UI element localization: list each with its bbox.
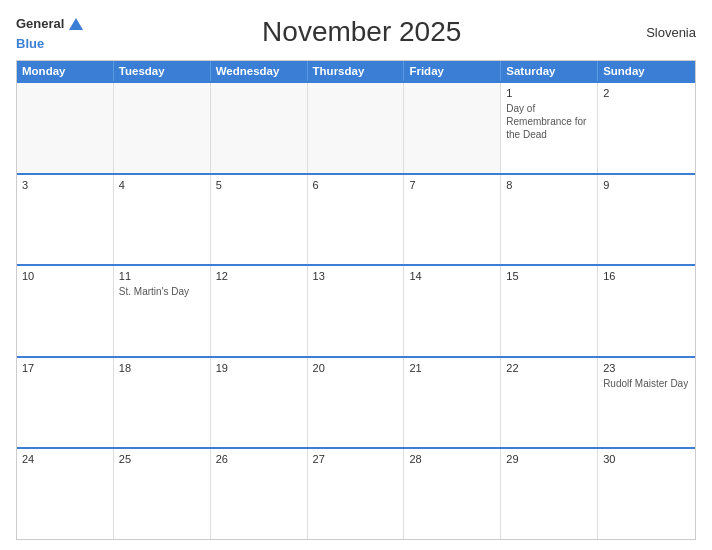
cal-cell: 10	[17, 266, 114, 356]
cal-cell: 13	[308, 266, 405, 356]
cal-cell: 2	[598, 83, 695, 173]
calendar: MondayTuesdayWednesdayThursdayFridaySatu…	[16, 60, 696, 540]
cal-day-num: 7	[409, 179, 495, 191]
cal-cell: 19	[211, 358, 308, 448]
cal-cell	[404, 83, 501, 173]
cal-cell: 12	[211, 266, 308, 356]
cal-week-1: 1Day of Remembrance for the Dead2	[17, 81, 695, 173]
cal-header-sunday: Sunday	[598, 61, 695, 81]
cal-day-num: 19	[216, 362, 302, 374]
cal-cell: 9	[598, 175, 695, 265]
cal-day-num: 13	[313, 270, 399, 282]
cal-day-num: 15	[506, 270, 592, 282]
cal-cell: 18	[114, 358, 211, 448]
cal-week-2: 3456789	[17, 173, 695, 265]
cal-day-num: 29	[506, 453, 592, 465]
cal-day-num: 12	[216, 270, 302, 282]
cal-day-num: 3	[22, 179, 108, 191]
cal-day-num: 20	[313, 362, 399, 374]
cal-cell	[114, 83, 211, 173]
cal-cell	[17, 83, 114, 173]
calendar-body: 1Day of Remembrance for the Dead23456789…	[17, 81, 695, 539]
cal-day-num: 6	[313, 179, 399, 191]
cal-cell: 17	[17, 358, 114, 448]
cal-cell: 22	[501, 358, 598, 448]
cal-week-4: 17181920212223Rudolf Maister Day	[17, 356, 695, 448]
cal-cell: 5	[211, 175, 308, 265]
logo: General Blue	[16, 12, 87, 52]
cal-event: St. Martin's Day	[119, 285, 205, 298]
cal-week-3: 1011St. Martin's Day1213141516	[17, 264, 695, 356]
cal-cell: 6	[308, 175, 405, 265]
country-label: Slovenia	[636, 25, 696, 40]
cal-header-wednesday: Wednesday	[211, 61, 308, 81]
cal-day-num: 4	[119, 179, 205, 191]
cal-day-num: 2	[603, 87, 690, 99]
calendar-header-row: MondayTuesdayWednesdayThursdayFridaySatu…	[17, 61, 695, 81]
cal-cell: 14	[404, 266, 501, 356]
cal-header-saturday: Saturday	[501, 61, 598, 81]
cal-cell: 20	[308, 358, 405, 448]
cal-day-num: 22	[506, 362, 592, 374]
cal-cell: 11St. Martin's Day	[114, 266, 211, 356]
cal-header-monday: Monday	[17, 61, 114, 81]
cal-day-num: 21	[409, 362, 495, 374]
cal-header-tuesday: Tuesday	[114, 61, 211, 81]
cal-cell: 8	[501, 175, 598, 265]
cal-day-num: 16	[603, 270, 690, 282]
cal-cell: 23Rudolf Maister Day	[598, 358, 695, 448]
cal-cell: 28	[404, 449, 501, 539]
cal-day-num: 9	[603, 179, 690, 191]
cal-cell	[211, 83, 308, 173]
cal-cell: 24	[17, 449, 114, 539]
cal-day-num: 23	[603, 362, 690, 374]
cal-cell: 3	[17, 175, 114, 265]
cal-day-num: 30	[603, 453, 690, 465]
logo-icon	[65, 12, 87, 34]
logo-blue-text: Blue	[16, 36, 44, 51]
cal-day-num: 18	[119, 362, 205, 374]
cal-day-num: 24	[22, 453, 108, 465]
cal-day-num: 28	[409, 453, 495, 465]
page: General Blue November 2025 Slovenia Mond…	[0, 0, 712, 550]
cal-header-thursday: Thursday	[308, 61, 405, 81]
cal-cell: 16	[598, 266, 695, 356]
cal-day-num: 11	[119, 270, 205, 282]
cal-day-num: 26	[216, 453, 302, 465]
cal-day-num: 5	[216, 179, 302, 191]
cal-event: Day of Remembrance for the Dead	[506, 102, 592, 141]
cal-day-num: 27	[313, 453, 399, 465]
cal-day-num: 8	[506, 179, 592, 191]
cal-cell: 7	[404, 175, 501, 265]
svg-marker-0	[69, 18, 83, 30]
cal-day-num: 10	[22, 270, 108, 282]
cal-day-num: 25	[119, 453, 205, 465]
cal-day-num: 14	[409, 270, 495, 282]
cal-week-5: 24252627282930	[17, 447, 695, 539]
cal-cell: 26	[211, 449, 308, 539]
cal-cell: 1Day of Remembrance for the Dead	[501, 83, 598, 173]
header: General Blue November 2025 Slovenia	[16, 12, 696, 52]
cal-header-friday: Friday	[404, 61, 501, 81]
month-title: November 2025	[87, 16, 636, 48]
logo-general-text: General	[16, 17, 64, 30]
cal-cell: 15	[501, 266, 598, 356]
cal-cell: 29	[501, 449, 598, 539]
cal-cell: 25	[114, 449, 211, 539]
cal-cell: 30	[598, 449, 695, 539]
cal-day-num: 1	[506, 87, 592, 99]
cal-cell: 21	[404, 358, 501, 448]
cal-cell: 27	[308, 449, 405, 539]
cal-event: Rudolf Maister Day	[603, 377, 690, 390]
cal-cell: 4	[114, 175, 211, 265]
cal-day-num: 17	[22, 362, 108, 374]
cal-cell	[308, 83, 405, 173]
